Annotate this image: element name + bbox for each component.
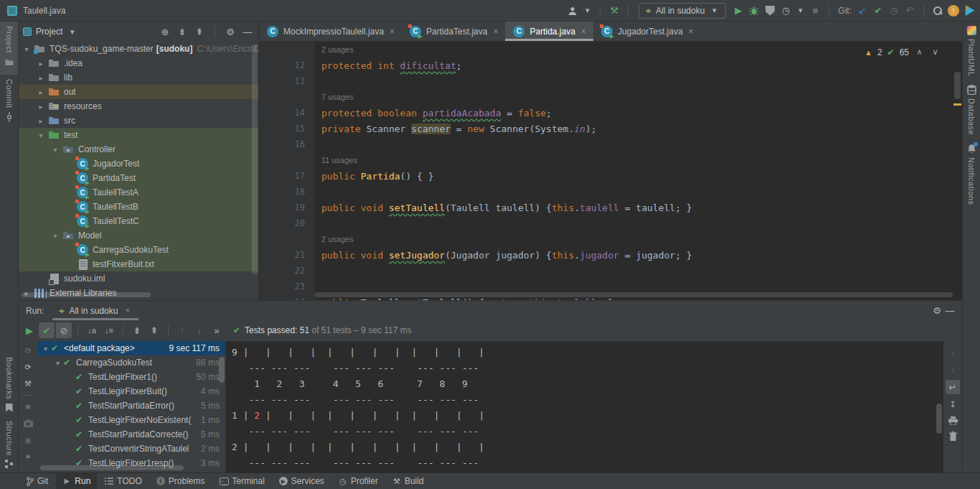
- close-icon[interactable]: ×: [122, 305, 133, 316]
- project-tree-row[interactable]: CJugadorTest: [19, 157, 258, 171]
- editor-tab[interactable]: CJugadorTest.java×: [593, 22, 701, 41]
- project-tree-row[interactable]: CTaulellTestA: [19, 185, 258, 200]
- chevron-right-icon[interactable]: ▸: [34, 88, 47, 96]
- chevron-down-icon[interactable]: ▾: [34, 131, 47, 139]
- project-tree-row[interactable]: CPartidaTest: [19, 171, 258, 185]
- statusbar-git[interactable]: Git: [20, 473, 55, 489]
- project-tree-row[interactable]: ▸lib: [19, 70, 258, 85]
- editor-tab[interactable]: CMockImpressioTaulell.java×: [259, 22, 402, 41]
- project-tree-row[interactable]: ▸src: [19, 113, 258, 128]
- test-tree-row[interactable]: ✔TestStartPartidaError()5 ms: [37, 399, 225, 413]
- commit-button[interactable]: ✔: [872, 4, 885, 17]
- project-tree-row[interactable]: CCarregaSudokuTest: [19, 243, 258, 257]
- project-tree-row[interactable]: CTaulellTestB: [19, 200, 258, 214]
- more-actions-icon[interactable]: »: [209, 322, 225, 338]
- expand-all-icon[interactable]: ⇟: [176, 25, 189, 38]
- code-line[interactable]: 11 usages: [259, 152, 962, 168]
- code-line[interactable]: 15private Scanner scanner = new Scanner(…: [259, 121, 962, 136]
- test-settings-wrench-icon[interactable]: ⚒: [23, 378, 34, 389]
- project-tree-row[interactable]: ▸out: [19, 85, 258, 99]
- tool-button-notifications[interactable]: Notifications: [963, 139, 980, 209]
- close-icon[interactable]: ×: [689, 27, 694, 37]
- project-tree-row[interactable]: ▸resources: [19, 99, 258, 113]
- code-line[interactable]: 21public void setJugador(Jugador jugador…: [259, 247, 962, 263]
- user-icon[interactable]: [566, 4, 579, 17]
- debug-button[interactable]: [748, 4, 760, 17]
- chevron-down-icon[interactable]: ▾: [52, 359, 63, 367]
- tool-button-plantuml[interactable]: PlantUML: [963, 22, 980, 80]
- tool-button-structure[interactable]: Structure: [0, 416, 18, 472]
- warning-stripe-mark[interactable]: [953, 103, 961, 106]
- project-tree-row[interactable]: ▾TQS-sudoku_game-master[sudoku]C:\Users\…: [19, 42, 258, 56]
- test-tree-row[interactable]: ✔TestLlegirFitxerBuit()4 ms: [37, 384, 225, 399]
- tool-button-database[interactable]: Database: [963, 80, 980, 139]
- project-tree-row[interactable]: testFitxerBuit.txt: [19, 257, 258, 271]
- print-icon[interactable]: [948, 415, 958, 426]
- editor-scrollbar-thumb[interactable]: [954, 72, 961, 99]
- next-warning-icon[interactable]: ∨: [930, 47, 941, 57]
- code-line[interactable]: 18: [259, 184, 962, 200]
- collapse-all-icon[interactable]: ⇞: [193, 25, 206, 38]
- more-icon[interactable]: »: [23, 451, 34, 462]
- chevron-right-icon[interactable]: ▸: [34, 60, 47, 67]
- usages-inlay-hint[interactable]: 11 usages: [315, 156, 357, 164]
- project-tree-row[interactable]: ▾Model: [19, 228, 258, 243]
- editor-tab[interactable]: CPartida.java×: [505, 22, 593, 41]
- hide-panel-icon[interactable]: —: [943, 304, 956, 317]
- statusbar-todo[interactable]: TODO: [98, 473, 148, 489]
- code-line[interactable]: 2 usages: [259, 231, 962, 247]
- hide-panel-icon[interactable]: —: [241, 25, 254, 38]
- close-icon[interactable]: ×: [581, 27, 586, 37]
- run-configuration-select[interactable]: ◂▸ All in sudoku ▾: [639, 3, 726, 19]
- select-opened-file-icon[interactable]: ⊕: [159, 25, 171, 38]
- rerun-button[interactable]: ▶: [22, 322, 37, 338]
- chevron-down-icon[interactable]: ▾: [67, 27, 77, 37]
- sort-alphabetically-icon[interactable]: ↓a: [84, 322, 100, 338]
- update-project-button[interactable]: ↙: [856, 4, 869, 17]
- chevron-right-icon[interactable]: ▸: [34, 117, 47, 125]
- test-tree-row[interactable]: ✔TestConvertirStringATaulel2 ms: [37, 442, 225, 456]
- statusbar-run[interactable]: ▶ Run: [56, 473, 97, 489]
- test-results-tree[interactable]: ▾✔<default package>9 sec 117 ms▾✔Carrega…: [37, 341, 225, 472]
- editor-hscrollbar[interactable]: [315, 292, 953, 297]
- statusbar-services[interactable]: ▶ Services: [273, 473, 331, 489]
- chevron-down-icon[interactable]: ▾: [582, 5, 593, 16]
- expand-all-icon[interactable]: ⇟: [129, 322, 145, 338]
- show-ignored-toggle[interactable]: ⊘: [56, 322, 72, 338]
- prev-warning-icon[interactable]: ∧: [914, 47, 925, 57]
- statusbar-terminal[interactable]: ›_ Terminal: [213, 473, 271, 489]
- scroll-to-end-icon[interactable]: ↧: [948, 399, 958, 410]
- editor-tab[interactable]: CPartidaTest.java×: [402, 22, 505, 41]
- test-tree-row[interactable]: ✔TestLlegirFitxer1()50 ms: [37, 370, 225, 384]
- code-line[interactable]: 17public Partida() { }: [259, 168, 962, 184]
- tool-button-bookmarks[interactable]: Bookmarks: [0, 353, 18, 416]
- code-line[interactable]: 14protected boolean partidaAcabada = fal…: [259, 105, 962, 121]
- project-tree-row[interactable]: ▾test: [19, 128, 258, 142]
- toggle-auto-test-icon[interactable]: ⟳: [23, 362, 34, 373]
- statusbar-build[interactable]: ⚒ Build: [386, 473, 430, 489]
- test-tree-scrollbar[interactable]: [219, 357, 225, 383]
- coverage-button[interactable]: [763, 4, 776, 17]
- gear-icon[interactable]: ⚙: [224, 25, 237, 38]
- code-line[interactable]: 13: [259, 73, 962, 89]
- test-tree-hscrollbar[interactable]: [40, 465, 184, 470]
- code-line[interactable]: 2 usages: [259, 42, 962, 57]
- inspections-widget[interactable]: ▲ 2 ✔ 65 ∧ ∨: [862, 45, 943, 59]
- code-line[interactable]: 19public void setTaulell(Taulell taulell…: [259, 200, 962, 215]
- project-tree[interactable]: ▾TQS-sudoku_game-master[sudoku]C:\Users\…: [19, 42, 258, 300]
- tool-button-commit[interactable]: Commit: [0, 75, 18, 126]
- project-tree-row[interactable]: ▸.idea: [19, 56, 258, 70]
- run-console[interactable]: 9 | | | | | | | | | | | | --- --- --- --…: [225, 341, 943, 472]
- usages-inlay-hint[interactable]: 7 usages: [315, 93, 354, 101]
- chevron-down-icon[interactable]: ▾: [40, 345, 51, 353]
- gear-icon[interactable]: ⚙: [930, 304, 943, 317]
- chevron-right-icon[interactable]: ▸: [34, 103, 47, 111]
- close-icon[interactable]: ×: [390, 27, 395, 37]
- usages-inlay-hint[interactable]: 2 usages: [315, 45, 354, 54]
- close-icon[interactable]: ×: [493, 27, 498, 37]
- code-editor[interactable]: 2 usages12protected int dificultat;137 u…: [259, 42, 962, 300]
- sort-by-duration-icon[interactable]: ↓≡: [101, 322, 117, 338]
- tool-button-project[interactable]: Project: [0, 22, 18, 75]
- project-scrollbar[interactable]: [252, 45, 258, 274]
- ide-update-badge[interactable]: ↑: [947, 4, 960, 17]
